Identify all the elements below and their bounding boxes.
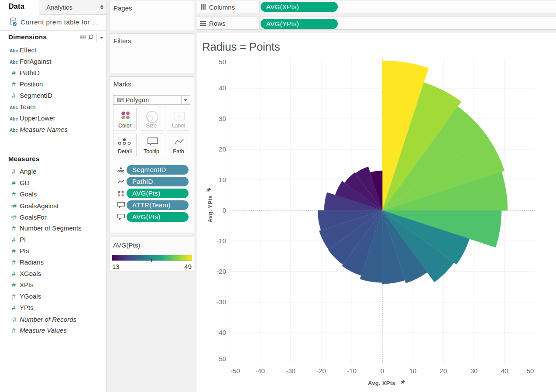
svg-text:T: T xyxy=(178,113,181,120)
